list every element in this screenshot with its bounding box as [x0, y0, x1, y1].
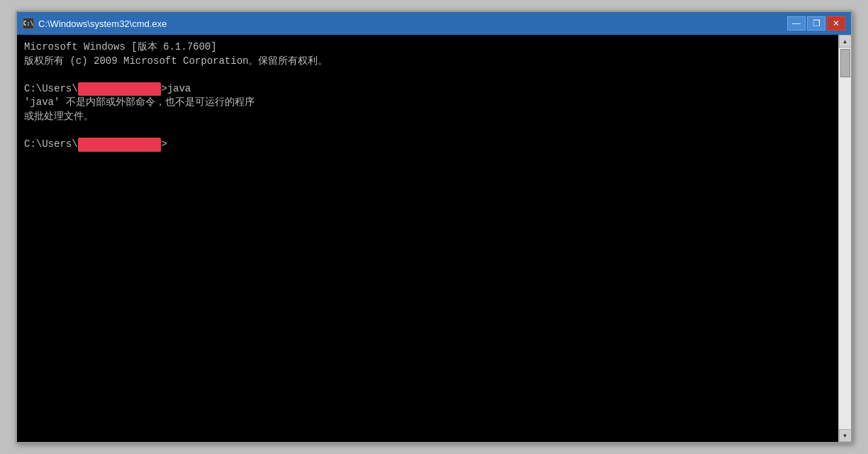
- prompt1-suffix: >java: [161, 82, 191, 96]
- terminal-line-1: Microsoft Windows [版本 6.1.7600]: [24, 40, 831, 55]
- terminal-line-3: [24, 68, 831, 82]
- prompt2-suffix: >: [161, 138, 167, 152]
- scroll-up-button[interactable]: ▲: [839, 35, 852, 48]
- window-controls: — ❐ ✕: [787, 16, 845, 31]
- minimize-button[interactable]: —: [787, 16, 806, 31]
- scroll-down-button[interactable]: ▼: [839, 429, 852, 442]
- window-title: C:\Windows\system32\cmd.exe: [38, 18, 167, 29]
- scrollbar: ▲ ▼: [838, 35, 851, 442]
- redacted-username-2: [78, 138, 162, 152]
- terminal-line-5: 或批处理文件。: [24, 110, 831, 124]
- redacted-username-1: [78, 82, 162, 96]
- terminal-prompt-1: C:\Users\ >java: [24, 82, 831, 96]
- scrollbar-track[interactable]: [839, 48, 851, 429]
- maximize-button[interactable]: ❐: [807, 16, 825, 31]
- close-button[interactable]: ✕: [827, 16, 845, 31]
- terminal-prompt-2: C:\Users\ >: [24, 138, 831, 152]
- terminal-area[interactable]: Microsoft Windows [版本 6.1.7600] 版权所有 (c)…: [17, 35, 838, 442]
- terminal-line-2: 版权所有 (c) 2009 Microsoft Corporation。保留所有…: [24, 55, 831, 69]
- cmd-window: C:\ C:\Windows\system32\cmd.exe — ❐ ✕ Mi…: [16, 11, 852, 443]
- terminal-line-6: [24, 124, 831, 138]
- title-bar-left: C:\ C:\Windows\system32\cmd.exe: [23, 18, 167, 29]
- prompt2-prefix: C:\Users\: [24, 138, 78, 152]
- terminal-line-4: 'java' 不是内部或外部命令，也不是可运行的程序: [24, 96, 831, 110]
- prompt1-prefix: C:\Users\: [24, 82, 78, 96]
- scrollbar-thumb[interactable]: [840, 49, 850, 77]
- cmd-icon: C:\: [23, 18, 34, 29]
- title-bar: C:\ C:\Windows\system32\cmd.exe — ❐ ✕: [17, 12, 851, 35]
- window-body: Microsoft Windows [版本 6.1.7600] 版权所有 (c)…: [17, 35, 851, 442]
